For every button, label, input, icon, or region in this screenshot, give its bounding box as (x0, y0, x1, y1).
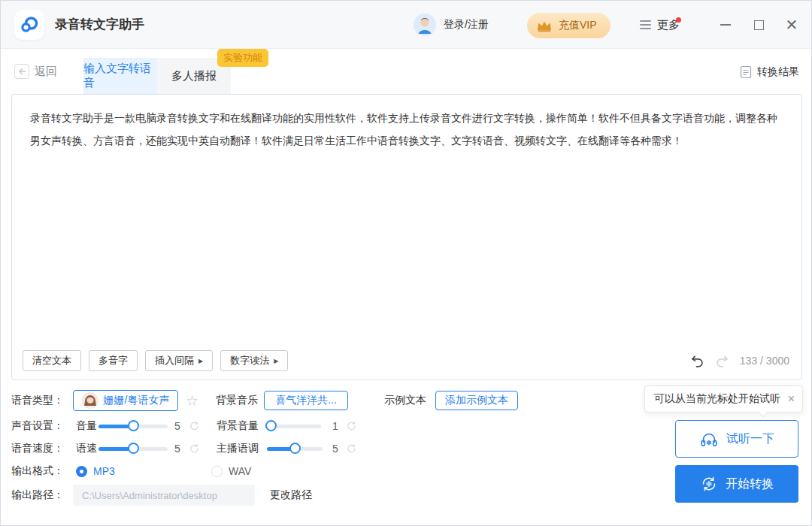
slider-handle[interactable] (265, 420, 277, 431)
convert-button[interactable]: 开始转换 (675, 465, 798, 503)
change-path-button[interactable]: 更改路径 (270, 488, 312, 502)
preview-button[interactable]: 试听一下 (675, 420, 798, 458)
crown-icon (536, 20, 553, 32)
radio-mp3[interactable]: MP3 (76, 465, 115, 477)
speed-value: 5 (174, 443, 180, 455)
back-label: 返回 (35, 65, 57, 79)
title-bar: 录音转文字助手 登录/注册 充值VIP (1, 1, 811, 49)
menu-icon (640, 20, 651, 29)
output-format-label: 输出格式： (11, 464, 64, 478)
toolbar-right: 133 / 3000 (690, 354, 789, 368)
user-avatar-icon (414, 14, 436, 36)
vip-button[interactable]: 充值VIP (527, 13, 611, 38)
voice-type-selector[interactable]: 姗姗/粤语女声 (73, 390, 178, 411)
radio-selected-icon (76, 466, 87, 477)
number-reading-label: 数字读法 (230, 354, 269, 367)
reset-volume-icon[interactable] (189, 421, 200, 432)
radio-unselected-icon (211, 466, 223, 477)
bg-volume-slider[interactable] (265, 420, 321, 432)
app-title: 录音转文字助手 (55, 1, 144, 49)
reset-bg-volume-icon[interactable] (346, 421, 357, 432)
bgm-selector[interactable]: 喜气洋洋共... (264, 391, 348, 410)
preview-label: 试听一下 (726, 431, 774, 447)
bg-volume-label: 背景音量 (217, 419, 259, 433)
document-icon (740, 65, 752, 79)
tooltip-close-icon[interactable]: × (788, 393, 795, 405)
insert-pause-label: 插入间隔 (155, 354, 194, 367)
minimize-icon[interactable] (717, 16, 735, 34)
radio-wav[interactable]: WAV (211, 465, 251, 477)
experimental-badge: 实验功能 (217, 49, 268, 67)
maximize-icon[interactable] (750, 16, 768, 34)
voice-settings-row: 语音类型： 姗姗/粤语女声 ☆ 背景音乐 喜气洋洋共... 示例文本 添加示例文… (1, 389, 662, 412)
undo-icon[interactable] (690, 354, 704, 368)
speed-slider[interactable] (98, 443, 168, 455)
result-label: 转换结果 (757, 65, 799, 79)
back-arrow-icon (14, 64, 29, 79)
speed-label: 语速 (76, 442, 97, 455)
voice-type-label: 语音类型： (11, 394, 64, 407)
app-window: 录音转文字助手 登录/注册 充值VIP (0, 0, 812, 526)
output-path-input[interactable] (73, 485, 255, 506)
volume-label: 音量 (76, 419, 97, 433)
bg-volume-value: 1 (332, 420, 338, 432)
pitch-value: 5 (332, 443, 338, 455)
speed-settings-row: 语音速度： 语速 5 主播语调 5 (1, 437, 662, 460)
text-editor-panel: 录音转文字助手是一款电脑录音转换文字和在线翻译功能的实用性软件，软件支持上传录音… (11, 94, 802, 380)
slider-handle[interactable] (128, 443, 139, 454)
result-button[interactable]: 转换结果 (740, 65, 799, 79)
tooltip-text: 可以从当前光标处开始试听 (654, 392, 780, 406)
pitch-slider[interactable] (267, 443, 323, 455)
char-counter: 133 / 3000 (740, 355, 789, 367)
output-path-label: 输出路径： (11, 488, 64, 502)
pitch-label: 主播语调 (217, 442, 259, 455)
slider-handle[interactable] (289, 443, 301, 454)
voice-type-value: 姗姗/粤语女声 (104, 394, 170, 407)
close-icon[interactable]: ✕ (783, 16, 801, 34)
redo-icon[interactable] (715, 354, 729, 368)
headphones-icon (699, 430, 719, 448)
window-controls: ✕ (717, 1, 801, 49)
preview-tooltip: 可以从当前光标处开始试听 × (644, 385, 803, 413)
tab-bar: 返回 输入文字转语音 多人播报 实验功能 转换结果 (1, 49, 811, 94)
volume-value: 5 (174, 420, 180, 432)
output-path-row: 输出路径： 更改路径 (1, 484, 662, 506)
editor-textarea[interactable]: 录音转文字助手是一款电脑录音转换文字和在线翻译功能的实用性软件，软件支持上传录音… (30, 107, 783, 152)
radio-mp3-label: MP3 (93, 465, 115, 477)
login-label: 登录/注册 (444, 18, 489, 32)
speed-section-label: 语音速度： (11, 442, 64, 455)
star-icon[interactable]: ☆ (186, 392, 198, 410)
volume-slider[interactable] (98, 420, 168, 432)
insert-pause-button[interactable]: 插入间隔 (145, 350, 213, 371)
app-logo-icon (14, 10, 44, 40)
slider-handle[interactable] (128, 420, 139, 431)
sample-text-label: 示例文本 (384, 394, 426, 407)
convert-label: 开始转换 (726, 476, 774, 492)
reset-pitch-icon[interactable] (346, 443, 357, 455)
sound-settings-label: 声音设置： (11, 419, 64, 433)
reset-speed-icon[interactable] (189, 443, 200, 455)
polyphonic-button[interactable]: 多音字 (89, 350, 138, 371)
vip-label: 充值VIP (559, 19, 597, 32)
tab-text-to-speech[interactable]: 输入文字转语音 (83, 58, 157, 94)
add-sample-text-button[interactable]: 添加示例文本 (435, 391, 518, 410)
output-format-row: 输出格式： MP3 WAV (1, 460, 662, 482)
more-menu-button[interactable]: 更多 (640, 1, 680, 49)
login-button[interactable]: 登录/注册 (414, 1, 489, 49)
notification-dot (676, 17, 681, 23)
radio-wav-label: WAV (229, 465, 251, 477)
clear-text-button[interactable]: 清空文本 (23, 350, 81, 371)
bgm-label: 背景音乐 (216, 394, 258, 407)
convert-icon (700, 475, 718, 493)
voice-avatar (82, 392, 98, 409)
number-reading-button[interactable]: 数字读法 (220, 350, 288, 371)
editor-toolbar: 清空文本 多音字 插入间隔 数字读法 133 / 3000 (23, 350, 789, 371)
back-button[interactable]: 返回 (14, 64, 57, 79)
sound-settings-row: 声音设置： 音量 5 背景音量 1 (1, 415, 662, 437)
